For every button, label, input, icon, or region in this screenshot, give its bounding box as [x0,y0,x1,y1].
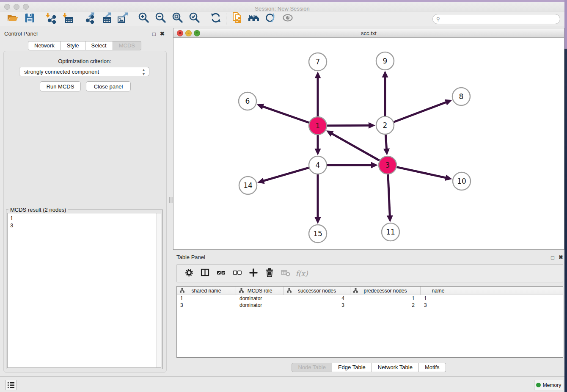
edit-column-icon[interactable] [287,288,292,294]
column-layout-button[interactable] [197,266,213,281]
zoom-selected-button[interactable] [186,12,203,25]
column-header-successor-nodes[interactable]: successor nodes [284,287,350,295]
edge-1-6[interactable] [262,106,309,123]
table-cell[interactable]: 1 [421,295,456,302]
hide-labels-icon [264,11,277,26]
edge-arrowhead [387,215,393,222]
network-canvas[interactable]: 7968124314101511 [173,38,564,249]
save-session-button[interactable] [21,12,38,25]
graph-node-label: 8 [459,92,464,101]
settings-gear-button[interactable] [181,266,197,281]
edge-2-8[interactable] [394,102,447,122]
save-session-icon [23,11,36,26]
column-header-MCDS-role[interactable]: MCDS role [236,287,284,295]
tab-network-table[interactable]: Network Table [372,363,419,372]
edge-2-3[interactable] [385,135,386,150]
table-cell[interactable]: 3 [421,302,456,309]
edge-4-14[interactable] [263,168,309,181]
mcds-result-textarea[interactable]: 13 [7,213,161,368]
edge-3-1[interactable] [331,133,379,161]
import-network-icon [44,11,57,26]
table-header-row: shared nameMCDS rolesuccessor nodesprede… [177,287,563,295]
graph-node-label: 10 [457,177,466,185]
table-cell[interactable]: 1 [177,295,236,302]
column-header-name[interactable]: name [421,287,456,295]
table-cell[interactable]: 4 [284,295,350,302]
tab-style[interactable]: Style [61,41,85,50]
network-overview-button[interactable] [245,12,262,25]
add-column-button[interactable] [245,266,261,281]
float-panel-icon[interactable]: □ [551,254,554,261]
edge-3-11[interactable] [388,174,390,217]
zoom-out-button[interactable] [152,12,169,25]
run-mcds-button[interactable]: Run MCDS [40,81,81,91]
table-cell[interactable]: dominator [236,302,284,309]
export-image-button[interactable] [114,12,131,25]
zoom-in-button[interactable] [135,12,152,25]
table-row[interactable]: 3dominator323 [177,302,563,309]
tab-network[interactable]: Network [28,41,61,50]
edge-3-10[interactable] [396,167,446,178]
deselect-all-checks-icon [232,268,242,279]
select-all-checks-button[interactable] [213,266,229,281]
mcds-result-scrollbar[interactable] [156,213,161,367]
memory-label: Memory [543,382,561,388]
vertical-splitter-grip[interactable] [169,197,173,203]
column-header-label: name [432,288,444,294]
search-field[interactable]: ⚲ [432,14,560,24]
import-table-icon [61,11,74,26]
refresh-button[interactable] [207,12,224,25]
table-cell[interactable]: dominator [236,295,284,302]
close-panel-icon[interactable]: ✖ [160,30,165,37]
hide-labels-button[interactable] [262,12,279,25]
column-header-label: successor nodes [298,288,336,294]
edge-1-2[interactable] [327,125,370,126]
float-panel-icon[interactable]: □ [152,31,156,37]
network-window-title: scc.txt [173,30,564,36]
deselect-all-checks-button[interactable] [229,266,245,281]
column-header-predecessor-nodes[interactable]: predecessor nodes [350,287,421,295]
table-cell[interactable]: 2 [350,302,421,309]
optimization-criterion-label: Optimization criterion: [0,58,169,64]
tab-mcds[interactable]: MCDS [113,41,141,50]
table-cell[interactable]: 1 [350,295,421,302]
tab-motifs[interactable]: Motifs [419,363,446,372]
import-network-button[interactable] [42,12,59,25]
delete-column-button[interactable] [261,266,278,281]
import-table-button[interactable] [59,12,76,25]
zoom-fit-icon [171,11,184,26]
function-builder-icon: f(x) [295,269,308,278]
zoom-fit-button[interactable] [169,12,186,25]
table-cell[interactable]: 3 [177,302,236,309]
criterion-dropdown[interactable]: strongly connected component ▲▼ [19,67,149,76]
tab-node-table[interactable]: Node Table [292,363,332,372]
task-history-button[interactable] [5,380,17,390]
control-panel-tabs: NetworkStyleSelectMCDS [0,41,169,50]
list-icon [7,381,15,389]
close-panel-icon[interactable]: ✖ [559,254,563,260]
export-table-button[interactable] [97,12,114,25]
edit-column-icon[interactable] [353,288,358,294]
table-cell[interactable]: 3 [284,302,350,309]
edge-arrowhead [382,71,388,77]
memory-button[interactable]: Memory [534,380,563,390]
app-titlebar: Session: New Session [0,2,564,11]
edge-arrowhead [371,162,378,168]
graph-node-label: 15 [313,229,322,238]
edit-column-icon[interactable] [239,288,244,294]
column-header-shared-name[interactable]: shared name [177,287,236,295]
graph-node-label: 7 [316,58,320,66]
graph-node-label: 3 [385,161,390,169]
tab-select[interactable]: Select [85,41,113,50]
edge-arrowhead [315,149,321,155]
close-panel-button[interactable]: Close panel [86,81,131,91]
export-network-button[interactable] [80,12,97,25]
tab-edge-table[interactable]: Edge Table [332,363,372,372]
edit-column-icon[interactable] [180,288,184,294]
graph-node-label: 2 [383,121,388,130]
birds-eye-button[interactable] [279,12,296,25]
open-session-button[interactable] [4,12,21,25]
toolbar-separator [205,13,206,25]
table-row[interactable]: 1dominator411 [177,295,563,302]
clone-network-button[interactable] [228,12,245,25]
